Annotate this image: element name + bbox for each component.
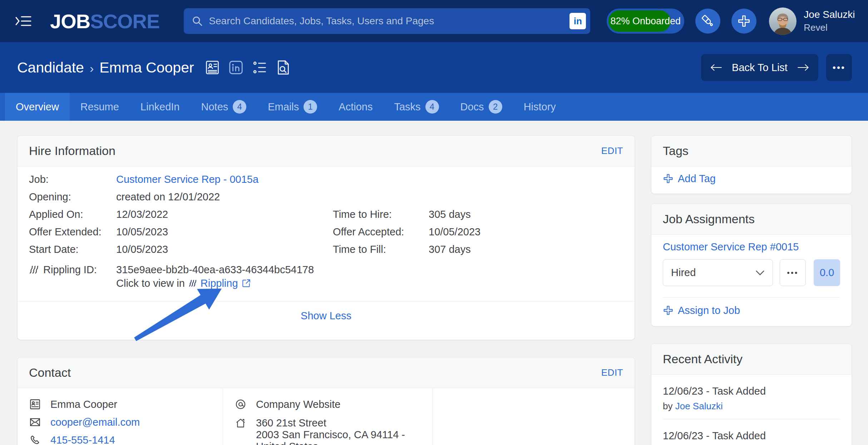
tab-actions[interactable]: Actions <box>328 93 383 121</box>
tab-tasks[interactable]: Tasks4 <box>383 93 449 121</box>
contact-column-extra <box>432 388 635 445</box>
email-link[interactable]: cooper@email.com <box>50 416 140 428</box>
hire-row-job: Job: Customer Service Rep - 0015a <box>18 171 635 188</box>
contact-website-row: Company Website <box>235 395 432 413</box>
app-logo[interactable]: JOBSCORE <box>50 10 159 33</box>
ellipsis-icon: ••• <box>833 62 845 73</box>
contact-column-primary: Emma Cooper cooper@email.com <box>18 388 223 445</box>
search-document-icon[interactable] <box>275 59 291 76</box>
field-label: Start Date: <box>29 244 116 255</box>
linkedin-source-badge[interactable]: in <box>569 13 586 29</box>
hire-row-start: Start Date: 10/05/2023 Time to Fill: 307… <box>18 241 635 258</box>
tab-emails[interactable]: Emails1 <box>257 93 328 121</box>
hire-row-applied: Applied On: 12/03/2022 Time to Hire: 305… <box>18 206 635 223</box>
assign-to-job-label: Assign to Job <box>678 305 740 316</box>
field-value: 305 days <box>429 209 623 220</box>
assignment-status-value: Hired <box>671 267 696 279</box>
activity-date-title: 12/06/23 - Task Added <box>663 385 840 397</box>
activity-by-label: by <box>663 401 672 411</box>
job-link[interactable]: Customer Service Rep - 0015a <box>116 174 333 185</box>
tab-label: Emails <box>268 101 299 113</box>
contact-header: Contact EDIT <box>18 358 635 388</box>
activity-item: 12/06/23 - Task Added by Joe Saluzki <box>651 375 852 419</box>
field-value: 307 days <box>429 244 623 255</box>
prev-candidate-icon[interactable] <box>710 63 722 72</box>
company-website-label[interactable]: Company Website <box>256 399 340 410</box>
user-info[interactable]: Joe Saluzki Revel <box>804 8 855 34</box>
field-label: Applied On: <box>29 209 116 220</box>
tab-linkedin[interactable]: LinkedIn <box>130 93 191 121</box>
back-to-list-label: Back To List <box>722 62 797 74</box>
user-name: Joe Saluzki <box>804 8 855 21</box>
global-search-bar[interactable]: in <box>184 8 590 34</box>
assignment-score-badge[interactable]: 0.0 <box>814 259 840 286</box>
onboarding-label: 82% Onboarded <box>607 9 684 34</box>
resume-icon[interactable] <box>204 59 221 76</box>
next-candidate-icon[interactable] <box>797 63 810 72</box>
assignment-more-button[interactable]: ••• <box>780 259 806 286</box>
activity-item: 12/06/23 - Task Added by Joe Saluzki <box>651 419 852 445</box>
assignment-job-link[interactable]: Customer Service Rep #0015 <box>663 241 799 252</box>
tab-label: Resume <box>80 101 119 113</box>
candidate-quick-icons <box>204 59 291 76</box>
job-assignments-title: Job Assignments <box>663 212 755 226</box>
quick-add-button[interactable] <box>731 9 756 34</box>
field-value: created on 12/01/2022 <box>116 191 333 203</box>
field-value: 10/05/2023 <box>116 244 333 255</box>
avatar-image <box>769 8 797 35</box>
assign-to-job-button[interactable]: Assign to Job <box>663 303 740 318</box>
field-value: 10/05/2023 <box>116 226 333 238</box>
tab-docs[interactable]: Docs2 <box>450 93 513 121</box>
plus-outline-icon <box>663 173 674 184</box>
logo-part1: JOB <box>50 10 90 32</box>
external-link-icon[interactable] <box>242 279 251 288</box>
search-input[interactable] <box>209 15 569 27</box>
hire-information-header: Hire Information EDIT <box>18 136 635 166</box>
tab-resume[interactable]: Resume <box>70 93 130 121</box>
recent-activity-title: Recent Activity <box>663 352 743 366</box>
back-to-list-button[interactable]: Back To List <box>701 54 818 81</box>
ellipsis-icon: ••• <box>787 268 798 278</box>
candidate-tab-bar: Overview Resume LinkedIn Notes4 Emails1 … <box>0 93 868 121</box>
tab-overview[interactable]: Overview <box>5 93 70 121</box>
breadcrumb-candidate-name: Emma Cooper <box>99 59 194 76</box>
tab-label: Tasks <box>394 101 420 113</box>
field-label: Job: <box>29 174 116 185</box>
activity-list-icon[interactable] <box>251 59 268 76</box>
plus-icon <box>737 14 751 28</box>
activity-date-title: 12/06/23 - Task Added <box>663 430 840 442</box>
job-assignments-card: Job Assignments Customer Service Rep #00… <box>651 204 852 326</box>
field-label: Rippling ID: <box>43 263 97 276</box>
linkedin-icon[interactable] <box>228 59 244 76</box>
show-less-link[interactable]: Show Less <box>301 310 351 321</box>
tab-label: Notes <box>201 101 228 113</box>
add-tag-button[interactable]: Add Tag <box>663 171 716 186</box>
contact-edit-button[interactable]: EDIT <box>601 367 623 378</box>
menu-button[interactable] <box>15 15 31 28</box>
hire-edit-button[interactable]: EDIT <box>601 145 623 156</box>
candidate-more-button[interactable]: ••• <box>826 54 852 81</box>
customize-theme-button[interactable] <box>695 9 720 34</box>
breadcrumb-section[interactable]: Candidate <box>17 59 84 76</box>
user-avatar[interactable] <box>769 8 797 35</box>
activity-user-link[interactable]: Joe Saluzki <box>675 401 723 411</box>
rippling-link[interactable]: Rippling <box>201 277 238 290</box>
contact-name: Emma Cooper <box>50 399 117 410</box>
tab-badge: 4 <box>233 100 246 114</box>
tab-history[interactable]: History <box>513 93 567 121</box>
assignment-status-select[interactable]: Hired <box>663 259 773 286</box>
phone-link[interactable]: 415-555-1414 <box>50 434 115 445</box>
tags-header: Tags <box>651 136 852 166</box>
contact-phone-row: 415-555-1414 <box>29 431 223 445</box>
contact-column-company: Company Website 360 21 <box>223 388 432 445</box>
tab-notes[interactable]: Notes4 <box>191 93 257 121</box>
contact-email-row: cooper@email.com <box>29 413 223 431</box>
hire-row-opening: Opening: created on 12/01/2022 <box>18 188 635 206</box>
top-navigation-bar: JOBSCORE in 82% Onboarded <box>0 0 868 42</box>
address-line1: 360 21st Street <box>256 417 326 429</box>
onboarding-status-pill[interactable]: 82% Onboarded <box>607 9 684 34</box>
field-label: Opening: <box>29 191 116 203</box>
home-icon <box>235 417 247 429</box>
address-line2: 2003 San Francisco, CA 94114 - United St… <box>256 429 405 445</box>
tab-label: History <box>524 101 556 113</box>
